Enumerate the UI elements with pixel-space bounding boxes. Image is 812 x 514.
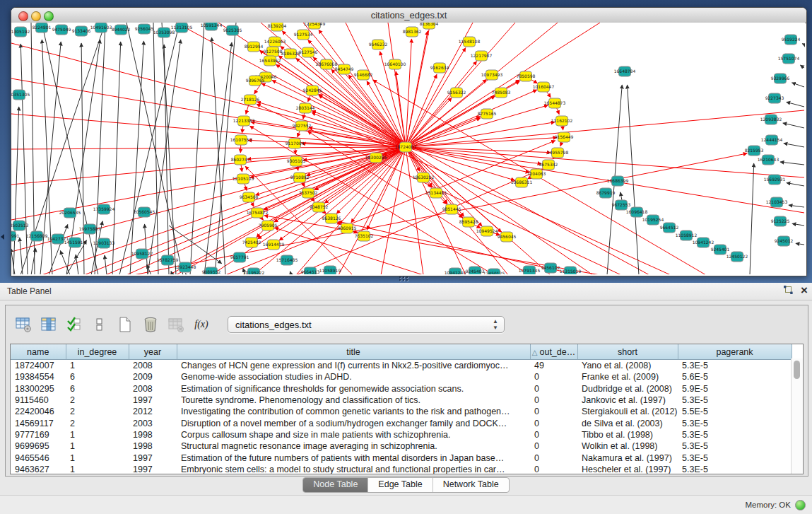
collapse-panel-arrow-icon[interactable] — [1, 234, 4, 240]
table-cell[interactable]: 5.9E-5 — [678, 383, 792, 395]
table-cell[interactable]: Wolkin et al. (1998) — [577, 440, 678, 452]
table-cell[interactable]: 5.3E-5 — [678, 417, 792, 428]
table-cell[interactable]: 9699695 — [11, 440, 66, 452]
row-height-icon[interactable] — [90, 315, 109, 334]
table-cell[interactable]: Jankovic et al. (1997) — [577, 395, 678, 406]
table-row[interactable]: 2242004622012Investigating the contribut… — [11, 406, 792, 417]
table-cell[interactable]: 1997 — [129, 395, 177, 406]
network-svg[interactable]: 1305192822480194750499133406104916038944… — [11, 23, 805, 274]
table-cell[interactable]: 18724007 — [11, 360, 66, 372]
table-cell[interactable]: 0 — [530, 452, 577, 463]
table-cell[interactable]: 1 — [66, 360, 129, 372]
table-cell[interactable]: 2 — [66, 406, 129, 417]
split-pane-grip[interactable] — [399, 276, 409, 281]
table-cell[interactable]: Tourette syndrome. Phenomenology and cla… — [177, 395, 530, 406]
table-row[interactable]: 977716911998Corpus callosum shape and si… — [11, 429, 792, 440]
table-cell[interactable]: 1998 — [129, 429, 177, 440]
table-cell[interactable]: 2 — [66, 417, 129, 428]
table-cell[interactable]: 6 — [66, 371, 129, 382]
table-cell[interactable]: 5.3E-5 — [678, 452, 792, 463]
table-cell[interactable]: 5.3E-5 — [678, 360, 792, 372]
table-cell[interactable]: 14569117 — [11, 417, 66, 428]
table-cell[interactable]: 1 — [66, 452, 129, 463]
table-cell[interactable]: Franke et al. (2009) — [577, 371, 678, 382]
table-cell[interactable]: Tibbo et al. (1998) — [577, 429, 678, 440]
table-row[interactable]: 1830029562008Estimation of significance … — [11, 383, 792, 395]
table-row[interactable]: 1456911722003Disruption of a novel membe… — [11, 417, 792, 428]
table-cell[interactable]: 5.5E-5 — [678, 406, 792, 417]
table-cell[interactable]: 0 — [530, 440, 577, 452]
table-row[interactable]: 946362711997Embryonic stem cells: a mode… — [11, 464, 792, 474]
network-canvas[interactable]: 1305192822480194750499133406104916038944… — [11, 23, 805, 274]
column-header-year[interactable]: year — [129, 344, 177, 360]
column-header-out_de[interactable]: △out_de… — [530, 344, 577, 360]
table-cell[interactable]: Dudbridge et al. (2008) — [577, 383, 678, 395]
column-header-name[interactable]: name — [11, 344, 66, 360]
table-cell[interactable]: 0 — [530, 371, 577, 382]
table-cell[interactable]: 2008 — [129, 383, 177, 395]
table-cell[interactable]: Hescheler et al. (1997) — [577, 464, 678, 474]
new-document-icon[interactable] — [116, 315, 134, 334]
table-row[interactable]: 1938455462009Genome-wide association stu… — [11, 371, 792, 382]
table-cell[interactable]: 2009 — [129, 371, 177, 382]
table-scrollbar[interactable] — [791, 358, 803, 474]
table-row[interactable]: 969969511998Structural magnetic resonanc… — [11, 440, 792, 452]
table-cell[interactable]: 5.3E-5 — [678, 395, 792, 406]
table-cell[interactable]: 0 — [530, 383, 577, 395]
table-cell[interactable]: 1 — [66, 464, 129, 474]
table-cell[interactable]: 6 — [66, 383, 129, 395]
table-cell[interactable]: Estimation of significance thresholds fo… — [177, 383, 530, 395]
table-row[interactable]: 911546021997Tourette syndrome. Phenomeno… — [11, 395, 792, 406]
table-cell[interactable]: 0 — [530, 406, 577, 417]
table-cell[interactable]: 1997 — [129, 452, 177, 463]
tab-network-table[interactable]: Network Table — [433, 478, 509, 492]
table-cell[interactable]: Embryonic stem cells: a model to study s… — [177, 464, 530, 474]
table-options-icon[interactable] — [14, 315, 33, 334]
table-cell[interactable]: 22420046 — [11, 406, 66, 417]
table-cell[interactable]: 0 — [530, 464, 577, 474]
table-cell[interactable]: 5.6E-5 — [678, 371, 792, 382]
table-cell[interactable]: de Silva et al. (2003) — [577, 417, 678, 428]
network-view-window[interactable]: citations_edges.txt 13051928224801947504… — [11, 7, 807, 276]
table-cell[interactable]: Disruption of a novel member of a sodium… — [177, 417, 530, 428]
table-cell[interactable]: Genome-wide association studies in ADHD. — [177, 371, 530, 382]
table-cell[interactable]: 9463627 — [11, 464, 66, 474]
select-columns-icon[interactable] — [65, 315, 83, 334]
table-cell[interactable]: 2 — [66, 395, 129, 406]
table-cell[interactable]: 2003 — [129, 417, 177, 428]
table-cell[interactable]: 49 — [530, 360, 577, 372]
table-cell[interactable]: 0 — [530, 395, 577, 406]
table-row[interactable]: 1872400712008Changes of HCN gene express… — [11, 360, 792, 372]
show-columns-icon[interactable] — [40, 315, 58, 334]
network-window-titlebar[interactable]: citations_edges.txt — [11, 8, 806, 23]
table-cell[interactable]: 18300295 — [11, 383, 66, 395]
column-header-in_degree[interactable]: in_degree — [66, 344, 129, 360]
table-cell[interactable]: Changes of HCN gene expression and I(f) … — [177, 360, 530, 372]
table-row[interactable]: 946554611997Estimation of the future num… — [11, 452, 792, 463]
table-cell[interactable]: 5.3E-5 — [678, 440, 792, 452]
table-cell[interactable]: 1 — [66, 440, 129, 452]
table-scrollbar-thumb[interactable] — [794, 361, 800, 379]
column-header-short[interactable]: short — [577, 344, 678, 360]
table-cell[interactable]: 0 — [530, 429, 577, 440]
tab-edge-table[interactable]: Edge Table — [367, 478, 432, 492]
table-cell[interactable]: 0 — [530, 417, 577, 428]
table-cell[interactable]: Investigating the contribution of common… — [177, 406, 530, 417]
float-panel-icon[interactable] — [783, 285, 794, 296]
column-header-title[interactable]: title — [177, 344, 530, 360]
table-cell[interactable]: 1998 — [129, 440, 177, 452]
table-cell[interactable]: 9465546 — [11, 452, 66, 463]
table-cell[interactable]: Corpus callosum shape and size in male p… — [177, 429, 530, 440]
table-cell[interactable]: Stergiakouli et al. (2012) — [577, 406, 678, 417]
table-cell[interactable]: 1 — [66, 429, 129, 440]
function-builder-icon[interactable]: f(x) — [192, 315, 211, 334]
table-cell[interactable]: 9777169 — [11, 429, 66, 440]
table-cell[interactable]: 9115460 — [11, 395, 66, 406]
table-cell[interactable]: 2012 — [129, 406, 177, 417]
close-panel-icon[interactable]: × — [801, 285, 808, 296]
table-cell[interactable]: Structural magnetic resonance image aver… — [177, 440, 530, 452]
column-header-pagerank[interactable]: pagerank — [678, 344, 792, 360]
node-attribute-table[interactable]: namein_degreeyeartitle△out_de…shortpager… — [11, 344, 792, 474]
table-cell[interactable]: Yano et al. (2008) — [577, 360, 678, 372]
table-cell[interactable]: 5.3E-5 — [678, 464, 792, 474]
